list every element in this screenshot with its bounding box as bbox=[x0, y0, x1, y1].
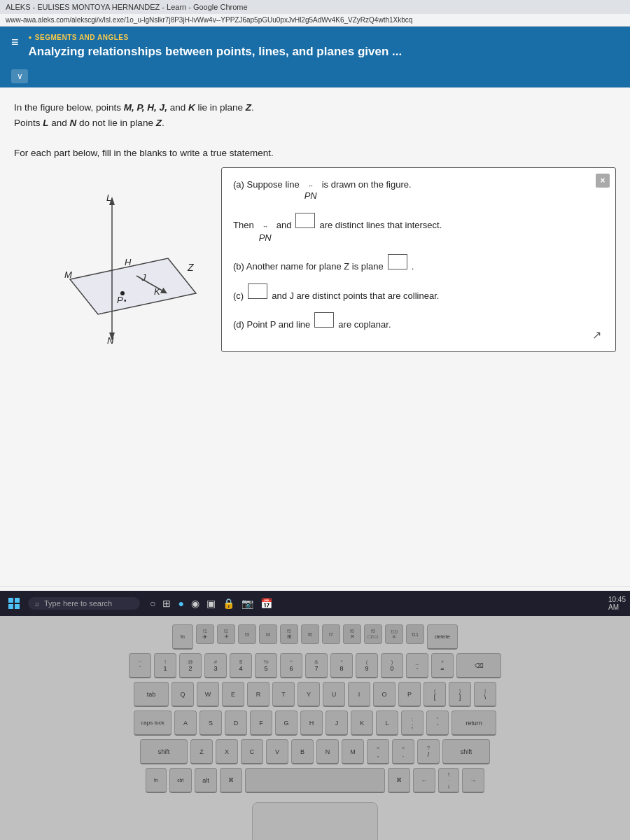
key-u[interactable]: U bbox=[323, 682, 345, 707]
hamburger-menu-icon[interactable]: ≡ bbox=[11, 35, 19, 50]
key-t[interactable]: T bbox=[272, 682, 295, 707]
key-f5[interactable]: f5⊞ bbox=[280, 624, 298, 644]
answer-input-b[interactable] bbox=[388, 254, 407, 270]
key-plus[interactable]: += bbox=[431, 653, 454, 678]
key-enter[interactable]: return bbox=[451, 710, 496, 736]
key-capslock[interactable]: caps lock bbox=[134, 710, 172, 736]
key-tab[interactable]: tab bbox=[134, 682, 169, 707]
key-m[interactable]: M bbox=[342, 739, 364, 764]
key-j[interactable]: J bbox=[326, 710, 348, 736]
key-f9[interactable]: f9□/▭ bbox=[364, 624, 382, 644]
key-h[interactable]: H bbox=[300, 710, 323, 736]
key-g[interactable]: G bbox=[275, 710, 298, 736]
key-l[interactable]: L bbox=[376, 710, 398, 736]
file-icon[interactable]: ▣ bbox=[206, 598, 216, 609]
key-4[interactable]: $4 bbox=[230, 653, 252, 678]
key-space[interactable] bbox=[245, 768, 385, 793]
touchpad[interactable] bbox=[252, 802, 378, 840]
key-1[interactable]: !1 bbox=[154, 653, 176, 678]
key-del[interactable]: delete bbox=[427, 624, 458, 650]
key-fn[interactable]: fn bbox=[172, 624, 193, 650]
key-8[interactable]: *8 bbox=[330, 653, 353, 678]
key-arrow-left[interactable]: ← bbox=[413, 768, 435, 793]
close-button[interactable]: × bbox=[596, 174, 610, 188]
part-b-period: . bbox=[412, 260, 414, 274]
aleks-header: ≡ SEGMENTS AND ANGLES Analyzing relation… bbox=[0, 27, 630, 68]
key-f8[interactable]: f8✕ bbox=[343, 624, 361, 644]
circle-icon[interactable]: ○ bbox=[150, 598, 155, 609]
key-minus[interactable]: _- bbox=[406, 653, 428, 678]
grid-icon[interactable]: ⊞ bbox=[162, 598, 171, 609]
chrome-icon[interactable]: ● bbox=[178, 598, 183, 609]
key-9[interactable]: (9 bbox=[356, 653, 378, 678]
key-f11[interactable]: f11 bbox=[406, 624, 424, 644]
answer-input-a[interactable] bbox=[295, 213, 315, 228]
key-f10[interactable]: f10✕ bbox=[385, 624, 403, 644]
key-r[interactable]: R bbox=[247, 682, 270, 707]
answer-input-c[interactable] bbox=[248, 284, 267, 299]
key-k[interactable]: K bbox=[351, 710, 373, 736]
key-f6[interactable]: f6 bbox=[301, 624, 319, 644]
taskbar-search-container[interactable]: ⌕ Type here to search bbox=[28, 597, 140, 610]
search-icon: ⌕ bbox=[35, 599, 40, 608]
key-v[interactable]: V bbox=[266, 739, 288, 764]
key-2[interactable]: @2 bbox=[179, 653, 202, 678]
key-ctrl-left[interactable]: ctrl bbox=[169, 768, 192, 793]
key-f3[interactable]: f3 bbox=[238, 624, 256, 644]
key-backtick[interactable]: ~` bbox=[129, 653, 151, 678]
camera-icon[interactable]: 📷 bbox=[241, 598, 253, 609]
key-x[interactable]: X bbox=[216, 739, 238, 764]
key-alt-left[interactable]: alt bbox=[195, 768, 217, 793]
key-fn-bottom[interactable]: fn bbox=[146, 768, 167, 793]
key-comma[interactable]: <, bbox=[367, 739, 389, 764]
key-q[interactable]: Q bbox=[172, 682, 194, 707]
answer-input-d[interactable] bbox=[314, 312, 334, 328]
key-f2[interactable]: f2☀ bbox=[217, 624, 235, 644]
key-quote[interactable]: "' bbox=[426, 710, 449, 736]
key-arrow-updown[interactable]: ↑ ↓ bbox=[438, 768, 459, 793]
key-semicolon[interactable]: :; bbox=[401, 710, 424, 736]
key-b[interactable]: B bbox=[291, 739, 314, 764]
key-z[interactable]: Z bbox=[190, 739, 213, 764]
calendar-icon[interactable]: 📅 bbox=[260, 598, 272, 609]
lock-icon[interactable]: 🔒 bbox=[223, 598, 234, 609]
key-p[interactable]: P bbox=[398, 682, 421, 707]
key-f7[interactable]: f7 bbox=[322, 624, 340, 644]
key-s[interactable]: S bbox=[200, 710, 222, 736]
key-rbracket[interactable]: }] bbox=[449, 682, 471, 707]
key-o[interactable]: O bbox=[373, 682, 396, 707]
key-backspace[interactable]: ⌫ bbox=[456, 653, 501, 678]
key-period[interactable]: >. bbox=[392, 739, 414, 764]
key-e[interactable]: E bbox=[222, 682, 244, 707]
key-f4[interactable]: f4 bbox=[259, 624, 277, 644]
browser-icon[interactable]: ◉ bbox=[191, 598, 200, 609]
key-5[interactable]: %5 bbox=[255, 653, 277, 678]
point-k: K bbox=[188, 102, 195, 113]
key-0[interactable]: )0 bbox=[381, 653, 403, 678]
key-f[interactable]: F bbox=[250, 710, 272, 736]
chevron-bar: ∨ bbox=[0, 68, 630, 88]
key-3[interactable]: #3 bbox=[204, 653, 227, 678]
key-a[interactable]: A bbox=[174, 710, 197, 736]
start-button[interactable] bbox=[4, 594, 24, 613]
key-f1[interactable]: f1✈ bbox=[196, 624, 214, 644]
key-shift-right[interactable]: shift bbox=[442, 739, 490, 764]
problem-line2: Points L and N do not lie in plane Z. bbox=[14, 115, 616, 131]
key-cmd-right[interactable]: ⌘ bbox=[388, 768, 410, 793]
key-i[interactable]: I bbox=[348, 682, 370, 707]
chevron-down-button[interactable]: ∨ bbox=[11, 69, 28, 83]
key-shift-left[interactable]: shift bbox=[140, 739, 188, 764]
key-arrow-right[interactable]: → bbox=[462, 768, 484, 793]
key-d[interactable]: D bbox=[225, 710, 247, 736]
key-7[interactable]: &7 bbox=[305, 653, 328, 678]
key-c[interactable]: C bbox=[241, 739, 263, 764]
key-w[interactable]: W bbox=[197, 682, 219, 707]
key-n[interactable]: N bbox=[316, 739, 339, 764]
key-lbracket[interactable]: {[ bbox=[424, 682, 446, 707]
key-cmd-left[interactable]: ⌘ bbox=[220, 768, 242, 793]
key-y[interactable]: Y bbox=[298, 682, 320, 707]
key-slash[interactable]: ?/ bbox=[417, 739, 440, 764]
key-6[interactable]: ^6 bbox=[280, 653, 302, 678]
key-backslash[interactable]: |\ bbox=[474, 682, 496, 707]
answer-box: × (a) Suppose line ↔ PN is drawn on the … bbox=[221, 167, 616, 352]
